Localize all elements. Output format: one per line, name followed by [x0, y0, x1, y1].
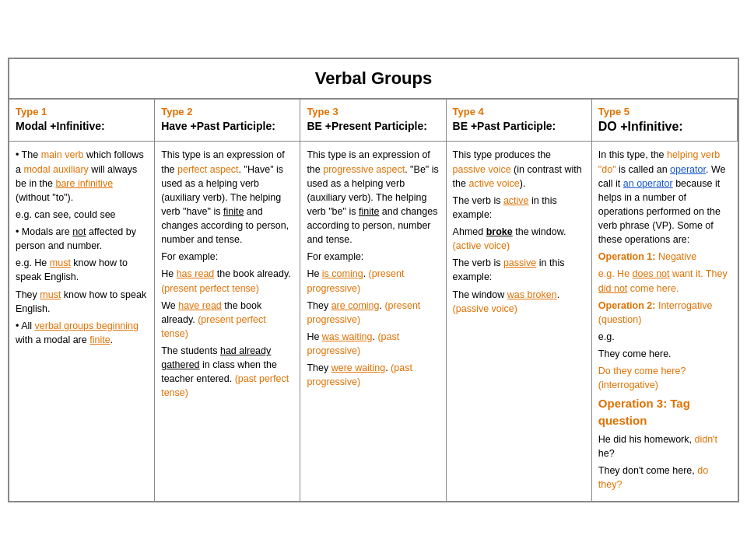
type3-label: Type 3	[307, 106, 439, 117]
content-type2: This type is an expression of the perfec…	[155, 142, 300, 501]
type1-label: Type 1	[16, 106, 148, 117]
type4-desc: BE +Past Participle:	[453, 119, 585, 133]
type2-desc: Have +Past Participle:	[161, 119, 293, 133]
content-type4: This type produces the passive voice (in…	[447, 142, 592, 501]
type4-label: Type 4	[453, 106, 585, 117]
type1-desc: Modal +Infinitive:	[16, 119, 148, 133]
type5-desc: DO +Infinitive:	[598, 119, 731, 135]
header-type5: Type 5 DO +Infinitive:	[592, 100, 738, 142]
type2-label: Type 2	[161, 106, 293, 117]
content-type1: • The main verb which follows a modal au…	[9, 142, 155, 501]
header-type3: Type 3 BE +Present Participle:	[300, 100, 446, 142]
header-type1: Type 1 Modal +Infinitive:	[9, 100, 155, 142]
type3-desc: BE +Present Participle:	[307, 119, 439, 133]
table-title: Verbal Groups	[9, 59, 738, 100]
header-type4: Type 4 BE +Past Participle:	[447, 100, 592, 142]
table-grid: Type 1 Modal +Infinitive: Type 2 Have +P…	[9, 100, 738, 502]
header-type2: Type 2 Have +Past Participle:	[155, 100, 300, 142]
content-type3: This type is an expression of the progre…	[300, 142, 446, 501]
type5-label: Type 5	[598, 106, 731, 117]
content-type5: In this type, the helping verb "do" is c…	[592, 142, 738, 501]
verbal-groups-table: Verbal Groups Type 1 Modal +Infinitive: …	[8, 58, 739, 503]
